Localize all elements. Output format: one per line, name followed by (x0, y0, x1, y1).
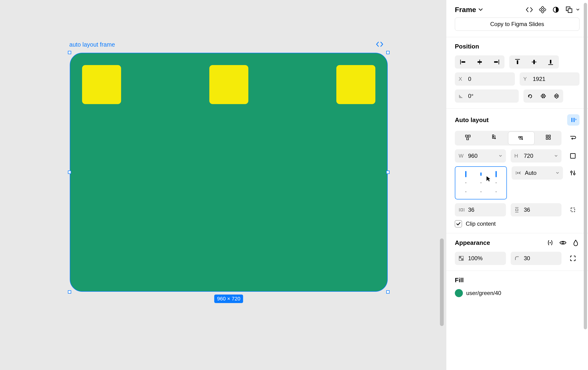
svg-rect-53 (459, 256, 461, 258)
w-label: W (459, 153, 465, 159)
align-right-button[interactable] (488, 55, 504, 69)
canvas[interactable]: auto layout frame 960 × 720 (0, 0, 446, 370)
angle-icon (459, 94, 465, 98)
h-value: 720 (524, 153, 551, 159)
align-h-center-button[interactable] (471, 55, 488, 69)
child-rect-2[interactable] (209, 65, 248, 104)
svg-rect-24 (468, 135, 470, 137)
component-icon[interactable] (539, 6, 546, 13)
rotation-input[interactable]: 0° (455, 89, 519, 103)
chevron-down-icon[interactable] (499, 155, 502, 157)
auto-layout-settings-button[interactable] (566, 166, 579, 180)
auto-layout-frame[interactable] (70, 53, 388, 292)
chevron-down-icon[interactable] (554, 155, 558, 157)
blend-mode-icon[interactable] (572, 239, 579, 246)
alignment-grid[interactable] (455, 166, 507, 200)
individual-corners-button[interactable] (566, 252, 579, 265)
reverse-direction-button[interactable] (566, 131, 579, 144)
dev-mode-icon[interactable] (525, 6, 533, 13)
gap-input[interactable]: Auto (512, 166, 563, 180)
x-input[interactable]: X 0 (455, 72, 515, 86)
resize-handle-mid-left[interactable] (68, 170, 71, 174)
opacity-input[interactable]: 100% (455, 252, 506, 265)
element-type-dropdown[interactable]: Frame (455, 6, 483, 14)
h-label: H (514, 153, 521, 159)
svg-rect-47 (516, 209, 518, 211)
h-padding-value: 36 (468, 207, 502, 213)
svg-rect-2 (539, 8, 542, 11)
variable-mode-icon[interactable] (546, 239, 554, 246)
align-left-button[interactable] (455, 55, 471, 69)
flip-vertical-button[interactable] (550, 89, 563, 103)
svg-rect-36 (517, 172, 518, 174)
flip-horizontal-button[interactable] (537, 89, 550, 103)
chevron-down-icon[interactable] (576, 9, 579, 11)
width-input[interactable]: W 960 (455, 149, 506, 162)
svg-point-50 (550, 242, 551, 243)
dimensions-badge: 960 × 720 (214, 295, 243, 303)
individual-padding-button[interactable] (566, 203, 579, 216)
svg-rect-37 (519, 172, 520, 174)
code-panel-icon[interactable] (376, 42, 383, 47)
checkbox-checked-icon (455, 220, 462, 227)
y-input[interactable]: Y 1921 (520, 72, 580, 86)
svg-rect-3 (543, 8, 546, 11)
resize-handle-bottom-right[interactable] (386, 290, 389, 294)
contrast-icon[interactable] (552, 6, 560, 13)
vertical-padding-input[interactable]: 36 (511, 203, 562, 216)
visibility-icon[interactable] (559, 239, 567, 246)
resize-handle-top-right[interactable] (386, 51, 389, 54)
svg-rect-31 (549, 135, 550, 137)
resize-handle-top-left[interactable] (68, 51, 71, 54)
svg-rect-27 (493, 137, 494, 138)
svg-rect-8 (462, 61, 465, 63)
height-input[interactable]: H 720 (511, 149, 562, 162)
position-title: Position (455, 43, 579, 50)
fill-swatch[interactable] (455, 289, 463, 297)
svg-rect-29 (521, 137, 522, 138)
fill-color-row[interactable]: user/green/40 (455, 289, 579, 297)
child-rect-3[interactable] (336, 65, 375, 104)
rotation-value: 0° (468, 93, 515, 99)
resize-handle-mid-right[interactable] (386, 170, 389, 174)
auto-layout-section: Auto layout (446, 109, 588, 233)
direction-vertical-button[interactable] (481, 131, 507, 144)
svg-rect-12 (494, 61, 498, 63)
child-rect-1[interactable] (82, 65, 121, 104)
svg-rect-10 (478, 61, 482, 63)
opacity-icon (459, 256, 465, 261)
panel-vertical-scrollbar[interactable] (584, 3, 587, 329)
resize-to-fit-button[interactable] (566, 149, 579, 162)
auto-layout-toggle[interactable] (567, 114, 579, 126)
canvas-vertical-scrollbar[interactable] (440, 238, 444, 326)
copy-to-slides-button[interactable]: Copy to Figma Slides (455, 18, 579, 31)
align-v-center-button[interactable] (526, 55, 542, 69)
svg-rect-16 (533, 60, 535, 64)
frame-label[interactable]: auto layout frame (69, 41, 115, 48)
direction-horizontal-button[interactable] (508, 132, 535, 145)
x-value: 0 (468, 76, 511, 82)
svg-point-40 (571, 171, 572, 173)
clip-content-checkbox[interactable]: Clip content (455, 220, 579, 227)
svg-rect-25 (467, 138, 469, 140)
align-vertical-group (509, 55, 559, 69)
svg-point-51 (562, 242, 564, 244)
svg-rect-28 (519, 137, 520, 138)
align-top-button[interactable] (509, 55, 526, 69)
corner-radius-input[interactable]: 30 (511, 252, 562, 265)
svg-rect-44 (461, 209, 463, 211)
align-bottom-button[interactable] (542, 55, 559, 69)
svg-rect-14 (517, 60, 518, 64)
x-label: X (459, 76, 465, 82)
chevron-down-icon[interactable] (556, 172, 559, 174)
svg-rect-34 (570, 154, 575, 158)
boolean-ops-icon[interactable] (565, 6, 573, 13)
horizontal-padding-input[interactable]: 36 (455, 203, 506, 216)
rotate-90-button[interactable] (524, 89, 537, 103)
svg-rect-1 (541, 11, 544, 13)
direction-wrap-button[interactable] (535, 131, 562, 144)
direction-none-button[interactable] (455, 131, 481, 144)
properties-panel[interactable]: Frame (446, 0, 588, 370)
svg-rect-6 (568, 9, 572, 12)
resize-handle-bottom-left[interactable] (68, 290, 71, 294)
